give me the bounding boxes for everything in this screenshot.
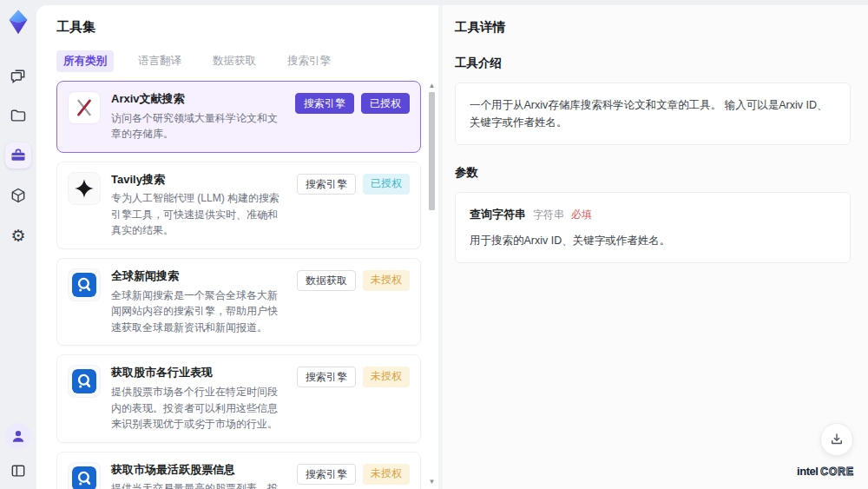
param-required-badge: 必填 [571, 207, 592, 223]
blue-news-search-icon [68, 268, 101, 301]
download-icon [829, 432, 845, 447]
intro-text: 一个用于从Arxiv存储库搜索科学论文和文章的工具。 输入可以是Arxiv ID… [470, 99, 828, 129]
tool-card-tavily[interactable]: Tavily搜索 专为人工智能代理 (LLM) 构建的搜索引擎工具，可快速提供实… [56, 162, 421, 249]
tool-category-badge: 搜索引擎 [297, 174, 356, 195]
tool-description: 专为人工智能代理 (LLM) 构建的搜索引擎工具，可快速提供实时、准确和真实的结… [111, 190, 286, 239]
intel-core-logo: intel CORE [797, 465, 854, 478]
param-box: 查询字符串 字符串 必填 用于搜索的Arxiv ID、关键字或作者姓名。 [455, 192, 851, 263]
tab-search-engine[interactable]: 搜索引擎 [280, 50, 338, 72]
tool-category-badge: 数据获取 [297, 270, 356, 291]
intro-box: 一个用于从Arxiv存储库搜索科学论文和文章的工具。 输入可以是Arxiv ID… [455, 83, 851, 145]
tool-auth-badge: 未授权 [363, 270, 410, 291]
sidebar-item-panel-toggle[interactable] [5, 458, 31, 484]
tool-card-active-stocks[interactable]: 获取市场最活跃股票信息 提供当天交易量最高的股票列表，投资者可以利用这些信息来识… [56, 452, 421, 489]
scroll-up-arrow[interactable]: ▲ [428, 82, 436, 89]
panel-layout-icon [10, 462, 27, 479]
scroll-down-arrow[interactable]: ▼ [428, 478, 436, 486]
sidebar-item-settings[interactable]: ⚙ [5, 222, 31, 248]
sidebar-item-user[interactable] [5, 423, 31, 449]
intro-heading: 工具介绍 [455, 56, 851, 71]
chat-icon [10, 67, 27, 84]
sidebar-item-tools[interactable] [5, 142, 31, 169]
tool-details-panel: 工具详情 工具介绍 一个用于从Arxiv存储库搜索科学论文和文章的工具。 输入可… [438, 5, 868, 489]
tool-name: 全球新闻搜索 [111, 268, 286, 284]
toolbox-icon [10, 147, 27, 164]
sidebar-item-chat[interactable] [5, 63, 31, 89]
param-description: 用于搜索的Arxiv ID、关键字或作者姓名。 [470, 232, 836, 249]
tool-auth-badge: 已授权 [361, 93, 410, 114]
blue-news-search-icon [68, 365, 101, 398]
category-tabs: 所有类别 语言翻译 数据获取 搜索引擎 [56, 50, 438, 72]
tool-description: 全球新闻搜索是一个聚合全球各大新闻网站内容的搜索引擎，帮助用户快速获取全球最新资… [111, 287, 286, 336]
param-name: 查询字符串 [470, 206, 526, 224]
tool-category-badge: 搜索引擎 [295, 93, 354, 114]
gear-icon: ⚙ [10, 228, 25, 244]
tool-card-global-news[interactable]: 全球新闻搜索 全球新闻搜索是一个聚合全球各大新闻网站内容的搜索引擎，帮助用户快速… [56, 258, 421, 346]
tool-name: Arxiv文献搜索 [111, 91, 285, 107]
detail-title: 工具详情 [455, 19, 851, 36]
scrollbar-thumb[interactable] [429, 92, 435, 210]
sidebar: ⚙ [0, 0, 36, 489]
intel-brand-text: intel [797, 465, 818, 478]
tab-language-translation[interactable]: 语言翻译 [131, 50, 188, 72]
tool-category-badge: 搜索引擎 [297, 464, 356, 485]
main-content: 工具集 所有类别 语言翻译 数据获取 搜索引擎 Arxiv文献搜索 访问各个研究… [36, 5, 868, 489]
arxiv-logo-icon [68, 91, 101, 124]
download-button[interactable] [820, 423, 853, 456]
tab-data-fetch[interactable]: 数据获取 [206, 50, 263, 72]
tool-description: 提供股票市场各个行业在特定时间段内的表现。投资者可以利用这些信息来识别表现优于或… [111, 384, 286, 433]
tool-card-arxiv[interactable]: Arxiv文献搜索 访问各个研究领域大量科学论文和文章的存储库。 搜索引擎 已授… [56, 81, 421, 153]
params-heading: 参数 [455, 165, 851, 181]
folder-icon [10, 107, 27, 124]
tool-category-badge: 搜索引擎 [297, 367, 356, 387]
tool-name: Tavily搜索 [111, 172, 286, 188]
tool-card-stock-sectors[interactable]: 获取股市各行业表现 提供股票市场各个行业在特定时间段内的表现。投资者可以利用这些… [56, 354, 421, 442]
tool-list-panel: 工具集 所有类别 语言翻译 数据获取 搜索引擎 Arxiv文献搜索 访问各个研究… [36, 5, 438, 489]
tool-auth-badge: 已授权 [363, 174, 410, 195]
core-brand-text: CORE [820, 466, 854, 478]
tool-list: Arxiv文献搜索 访问各个研究领域大量科学论文和文章的存储库。 搜索引擎 已授… [56, 81, 421, 489]
tool-name: 获取股市各行业表现 [111, 365, 286, 380]
sparkle-star-icon [68, 172, 101, 205]
app-logo-icon [6, 9, 30, 35]
tool-description: 提供当天交易量最高的股票列表，投资者可以利用这些信息来识别流动性强的股票和潜在的… [111, 480, 286, 489]
blue-news-search-icon [68, 462, 101, 489]
tool-description: 访问各个研究领域大量科学论文和文章的存储库。 [111, 110, 285, 142]
page-title: 工具集 [56, 19, 438, 36]
sidebar-item-files[interactable] [5, 102, 31, 129]
sidebar-item-models[interactable] [5, 182, 31, 208]
param-type: 字符串 [533, 207, 564, 223]
tool-name: 获取市场最活跃股票信息 [111, 462, 286, 478]
cube-icon [10, 187, 27, 204]
tool-auth-badge: 未授权 [363, 367, 410, 387]
user-icon [10, 427, 27, 445]
tab-all-categories[interactable]: 所有类别 [56, 50, 114, 72]
list-scrollbar[interactable]: ▲ ▼ [428, 82, 436, 486]
tool-auth-badge: 未授权 [363, 464, 410, 485]
